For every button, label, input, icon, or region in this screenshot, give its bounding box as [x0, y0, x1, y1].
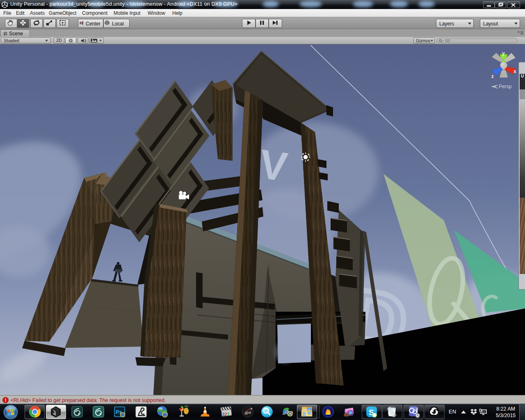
svg-text:y: y — [502, 50, 505, 56]
svg-text:x: x — [514, 68, 516, 74]
svg-text:gp6: gp6 — [245, 411, 251, 415]
svg-text:Persp: Persp — [499, 84, 512, 89]
svg-text:321: 321 — [222, 412, 229, 417]
svg-text:z: z — [491, 73, 494, 79]
